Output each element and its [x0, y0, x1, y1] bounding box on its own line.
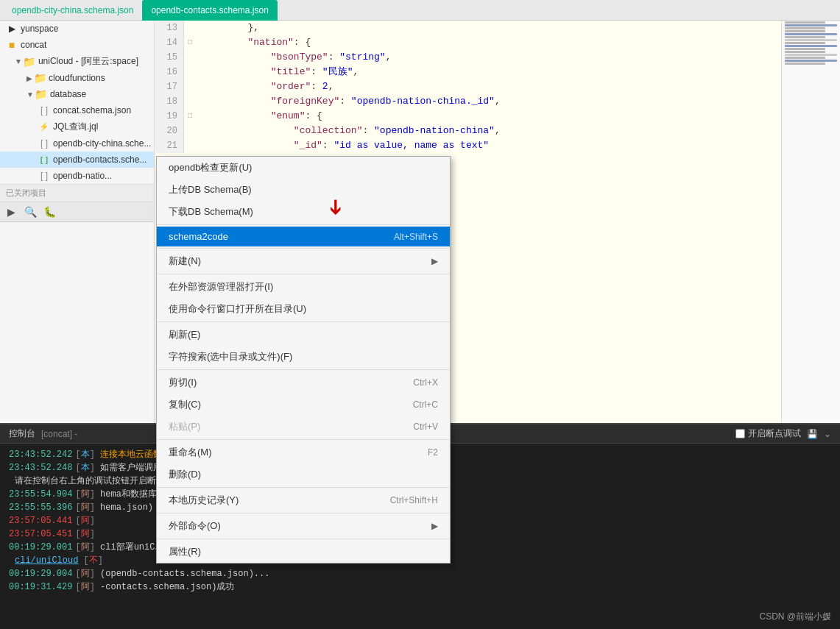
file-icon-contacts: [ ]: [38, 154, 50, 166]
sidebar-item-opendb-contacts[interactable]: [ ] opendb-contacts.sche...: [0, 152, 154, 168]
expand-arrow-db: ▼: [27, 90, 34, 99]
log-line: 00:19:31.429 [ 阿 ] -contacts.schema.json…: [9, 580, 831, 594]
code-line-21: 21 "_id": "id as value, name as text": [155, 138, 781, 153]
menu-item-delete[interactable]: 删除(D): [157, 463, 450, 486]
menu-item-properties[interactable]: 属性(R): [157, 541, 450, 563]
sidebar-item-cloudfunctions[interactable]: ▶ 📁 cloudfunctions: [0, 70, 154, 86]
code-line-13: 13 },: [155, 21, 781, 35]
minimap-line: [785, 24, 837, 26]
log-link-cli[interactable]: cli/uniCloud: [9, 554, 78, 567]
log-line: 00:19:29.004 [ 阿 ] (opendb-contacts.sche…: [9, 567, 831, 580]
sidebar-item-jql[interactable]: ⚡ JQL查询.jql: [0, 118, 154, 135]
minimap-line: [785, 39, 837, 41]
sidebar-item-opendb-nation[interactable]: [ ] opendb-natio...: [0, 168, 154, 184]
submenu-arrow: ▶: [431, 256, 438, 266]
menu-item-open-terminal[interactable]: 使用命令行窗口打开所在目录(U): [157, 298, 450, 320]
closed-section-label: 已关闭项目: [0, 184, 154, 202]
menu-item-upload-schema[interactable]: 上传DB Schema(B): [157, 179, 450, 201]
file-icon-concat: [ ]: [38, 104, 50, 116]
console-title: 控制台: [9, 427, 35, 440]
file-icon-nation: [ ]: [38, 170, 50, 182]
menu-item-copy[interactable]: 复制(C) Ctrl+C: [157, 394, 450, 416]
sidebar-item-database[interactable]: ▼ 📁 database: [0, 86, 154, 102]
minimap-line: [785, 51, 825, 53]
debug-checkbox[interactable]: [735, 429, 745, 438]
sidebar-item-yunspace[interactable]: ▶ yunspace: [0, 21, 154, 37]
search-button[interactable]: 🔍: [22, 204, 38, 220]
console-save-btn[interactable]: 💾: [807, 429, 818, 439]
minimap-content: [782, 21, 840, 423]
menu-item-local-history[interactable]: 本地历史记录(Y) Ctrl+Shift+H: [157, 489, 450, 511]
code-line-18: 18 "foreignKey": "opendb-nation-china._i…: [155, 94, 781, 109]
menu-separator: [157, 369, 450, 370]
code-lines: 13 }, 14 □ "nation": { 15 "bsonTyp: [155, 21, 781, 153]
triangle-icon: ▶: [6, 23, 18, 35]
menu-separator: [157, 513, 450, 513]
expand-arrow-cf: ▶: [27, 74, 32, 82]
sidebar-item-opendb-city[interactable]: [ ] opendb-city-china.sche...: [0, 135, 154, 152]
console-controls: 开启断点调试 💾 ⌄: [735, 427, 831, 440]
minimap-line: [785, 63, 825, 65]
menu-separator: [157, 487, 450, 488]
minimap-line: [785, 42, 825, 44]
menu-separator: [157, 224, 450, 225]
console-expand-btn[interactable]: ⌄: [824, 429, 831, 439]
sidebar-item-unicloud[interactable]: ▼ 📁 uniCloud - [阿里云:space]: [0, 53, 154, 70]
code-line-16: 16 "title": "民族",: [155, 65, 781, 79]
menu-separator: [157, 539, 450, 539]
minimap-line: [785, 30, 825, 32]
debug-button[interactable]: 🐛: [41, 204, 57, 220]
menu-separator: [157, 274, 450, 274]
menu-item-char-search[interactable]: 字符搜索(选中目录或文件)(F): [157, 346, 450, 368]
menu-item-new[interactable]: 新建(N) ▶: [157, 250, 450, 272]
code-line-19: 19 □ "enum": {: [155, 109, 781, 124]
folder-icon-concat: ■: [6, 39, 18, 51]
run-button[interactable]: ▶: [3, 204, 19, 220]
sidebar-item-concat-schema[interactable]: [ ] concat.schema.json: [0, 102, 154, 118]
menu-separator: [157, 439, 450, 440]
minimap-line: [785, 54, 837, 56]
sidebar-toolbar: ▶ 🔍 🐛: [0, 202, 154, 222]
menu-item-schema2code[interactable]: schema2code Alt+Shift+S: [157, 227, 450, 246]
menu-item-download-schema[interactable]: 下载DB Schema(M): [157, 201, 450, 223]
code-line-15: 15 "bsonType": "string",: [155, 50, 781, 65]
watermark: CSDN @前端小媛: [759, 611, 831, 623]
menu-item-external-cmd[interactable]: 外部命令(O) ▶: [157, 515, 450, 537]
folder-icon-db: 📁: [35, 88, 47, 100]
context-menu: opendb检查更新(U) 上传DB Schema(B) 下载DB Schema…: [156, 156, 451, 564]
menu-item-paste[interactable]: 粘贴(P) Ctrl+V: [157, 416, 450, 438]
menu-separator: [157, 321, 450, 322]
tabs-bar: opendb-city-china.schema.json opendb-con…: [0, 0, 840, 21]
menu-separator: [157, 248, 450, 249]
menu-item-refresh[interactable]: 刷新(E): [157, 324, 450, 346]
menu-item-cut[interactable]: 剪切(I) Ctrl+X: [157, 372, 450, 394]
folder-icon-unicloud: 📁: [24, 56, 35, 68]
minimap-line: [785, 33, 837, 35]
minimap-line: [785, 48, 825, 50]
minimap-line: [785, 27, 825, 29]
tab-city-schema[interactable]: opendb-city-china.schema.json: [3, 0, 142, 21]
code-line-14: 14 □ "nation": {: [155, 35, 781, 50]
menu-item-rename[interactable]: 重命名(M) F2: [157, 441, 450, 463]
submenu-arrow-external: ▶: [431, 521, 438, 531]
sidebar: ▶ yunspace ■ concat ▼ 📁 uniCloud - [阿里云:…: [0, 21, 155, 423]
minimap-line: [785, 36, 825, 38]
file-icon-city: [ ]: [38, 138, 50, 149]
menu-item-opendb-check[interactable]: opendb检查更新(U): [157, 157, 450, 179]
console-breadcrumb: [concat] -: [41, 429, 77, 439]
tab-contacts-schema[interactable]: opendb-contacts.schema.json: [142, 0, 277, 21]
menu-item-open-external[interactable]: 在外部资源管理器打开(I): [157, 276, 450, 298]
minimap-line: [785, 45, 837, 47]
code-line-20: 20 "collection": "opendb-nation-china",: [155, 124, 781, 138]
minimap: [781, 21, 840, 423]
minimap-line: [785, 57, 825, 59]
minimap-line: [785, 21, 825, 24]
file-icon-jql: ⚡: [38, 121, 50, 133]
expand-arrow-unicloud: ▼: [15, 57, 22, 65]
minimap-line: [785, 60, 837, 62]
debug-checkbox-label[interactable]: 开启断点调试: [735, 427, 801, 440]
code-line-17: 17 "order": 2,: [155, 79, 781, 94]
sidebar-item-concat[interactable]: ■ concat: [0, 37, 154, 53]
folder-icon-cf: 📁: [34, 72, 46, 84]
